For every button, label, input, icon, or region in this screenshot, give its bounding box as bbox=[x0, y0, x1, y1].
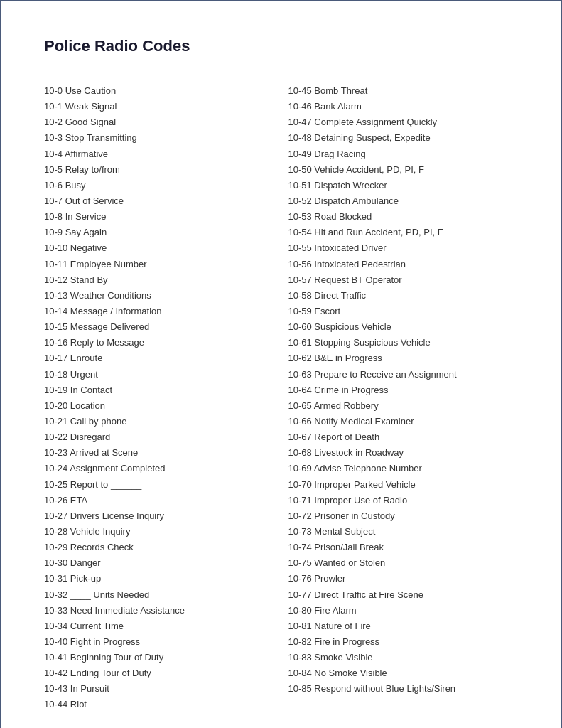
code-item: 10-25 Report to ______ bbox=[44, 478, 274, 492]
code-item: 10-22 Disregard bbox=[44, 430, 274, 444]
column-1: 10-0 Use Caution10-1 Weak Signal10-2 Goo… bbox=[44, 84, 274, 712]
code-item: 10-62 B&E in Progress bbox=[288, 351, 519, 365]
code-item: 10-3 Stop Transmitting bbox=[44, 131, 274, 145]
code-item: 10-52 Dispatch Ambulance bbox=[288, 194, 519, 208]
code-item: 10-4 Affirmative bbox=[44, 147, 274, 161]
code-item: 10-28 Vehicle Inquiry bbox=[44, 525, 274, 539]
code-item: 10-26 ETA bbox=[44, 493, 274, 508]
code-item: 10-12 Stand By bbox=[44, 273, 274, 287]
code-item: 10-15 Message Delivered bbox=[44, 320, 274, 334]
code-item: 10-60 Suspicious Vehicle bbox=[288, 320, 519, 334]
code-item: 10-14 Message / Information bbox=[44, 304, 274, 318]
code-item: 10-74 Prison/Jail Break bbox=[288, 540, 519, 555]
code-item: 10-43 In Pursuit bbox=[44, 682, 274, 696]
code-item: 10-1 Weak Signal bbox=[44, 100, 274, 114]
code-item: 10-56 Intoxicated Pedestrian bbox=[288, 257, 519, 272]
code-item: 10-18 Urgent bbox=[44, 368, 274, 382]
code-item: 10-42 Ending Tour of Duty bbox=[44, 666, 274, 680]
code-item: 10-20 Location bbox=[44, 399, 274, 413]
code-item: 10-69 Advise Telephone Number bbox=[288, 461, 519, 476]
code-item: 10-67 Report of Death bbox=[288, 430, 519, 444]
code-item: 10-85 Respond without Blue Lights/Siren bbox=[288, 682, 519, 696]
code-item: 10-65 Armed Robbery bbox=[288, 399, 519, 413]
column-2: 10-45 Bomb Threat10-46 Bank Alarm10-47 C… bbox=[288, 84, 519, 696]
page-title: Police Radio Codes bbox=[44, 37, 518, 55]
page: Police Radio Codes 10-0 Use Caution10-1 … bbox=[0, 0, 562, 728]
code-item: 10-73 Mental Subject bbox=[288, 525, 519, 539]
code-item: 10-76 Prowler bbox=[288, 572, 519, 586]
code-item: 10-41 Beginning Tour of Duty bbox=[44, 651, 274, 665]
code-item: 10-66 Notify Medical Examiner bbox=[288, 414, 519, 429]
code-item: 10-16 Reply to Message bbox=[44, 336, 274, 350]
code-item: 10-34 Current Time bbox=[44, 619, 274, 633]
code-item: 10-51 Dispatch Wrecker bbox=[288, 178, 519, 193]
code-item: 10-45 Bomb Threat bbox=[288, 84, 519, 98]
code-item: 10-61 Stopping Suspicious Vehicle bbox=[288, 336, 519, 350]
code-item: 10-48 Detaining Suspect, Expedite bbox=[288, 131, 519, 145]
code-item: 10-59 Escort bbox=[288, 304, 519, 318]
code-item: 10-5 Relay to/from bbox=[44, 163, 274, 177]
code-item: 10-31 Pick-up bbox=[44, 572, 274, 586]
code-item: 10-23 Arrived at Scene bbox=[44, 446, 274, 460]
code-item: 10-24 Assignment Completed bbox=[44, 461, 274, 476]
codes-container: 10-0 Use Caution10-1 Weak Signal10-2 Goo… bbox=[44, 84, 518, 712]
code-item: 10-49 Drag Racing bbox=[288, 147, 519, 161]
code-item: 10-10 Negative bbox=[44, 241, 274, 255]
code-item: 10-29 Records Check bbox=[44, 540, 274, 555]
code-item: 10-21 Call by phone bbox=[44, 414, 274, 429]
code-item: 10-6 Busy bbox=[44, 178, 274, 193]
code-item: 10-64 Crime in Progress bbox=[288, 383, 519, 397]
code-item: 10-2 Good Signal bbox=[44, 115, 274, 129]
code-item: 10-8 In Service bbox=[44, 210, 274, 224]
code-item: 10-68 Livestock in Roadway bbox=[288, 446, 519, 460]
code-item: 10-84 No Smoke Visible bbox=[288, 666, 519, 680]
code-item: 10-71 Improper Use of Radio bbox=[288, 493, 519, 508]
code-item: 10-58 Direct Traffic bbox=[288, 289, 519, 303]
code-item: 10-40 Fight in Progress bbox=[44, 635, 274, 649]
code-item: 10-72 Prisoner in Custody bbox=[288, 509, 519, 523]
code-item: 10-82 Fire in Progress bbox=[288, 635, 519, 649]
code-item: 10-77 Direct Traffic at Fire Scene bbox=[288, 588, 519, 602]
code-item: 10-9 Say Again bbox=[44, 225, 274, 240]
code-item: 10-33 Need Immediate Assistance bbox=[44, 604, 274, 618]
code-item: 10-30 Danger bbox=[44, 556, 274, 570]
code-item: 10-80 Fire Alarm bbox=[288, 604, 519, 618]
code-item: 10-32 ____ Units Needed bbox=[44, 588, 274, 602]
code-item: 10-81 Nature of Fire bbox=[288, 619, 519, 633]
code-item: 10-83 Smoke Visible bbox=[288, 651, 519, 665]
code-item: 10-55 Intoxicated Driver bbox=[288, 241, 519, 255]
code-item: 10-17 Enroute bbox=[44, 351, 274, 365]
code-item: 10-57 Request BT Operator bbox=[288, 273, 519, 287]
code-item: 10-46 Bank Alarm bbox=[288, 100, 519, 114]
code-item: 10-50 Vehicle Accident, PD, PI, F bbox=[288, 163, 519, 177]
code-item: 10-53 Road Blocked bbox=[288, 210, 519, 224]
code-item: 10-7 Out of Service bbox=[44, 194, 274, 208]
code-item: 10-54 Hit and Run Accident, PD, PI, F bbox=[288, 225, 519, 240]
code-item: 10-0 Use Caution bbox=[44, 84, 274, 98]
code-item: 10-75 Wanted or Stolen bbox=[288, 556, 519, 570]
code-item: 10-70 Improper Parked Vehicle bbox=[288, 478, 519, 492]
code-item: 10-27 Drivers License Inquiry bbox=[44, 509, 274, 523]
code-item: 10-11 Employee Number bbox=[44, 257, 274, 272]
code-item: 10-19 In Contact bbox=[44, 383, 274, 397]
code-item: 10-44 Riot bbox=[44, 697, 274, 712]
code-item: 10-63 Prepare to Receive an Assignment bbox=[288, 368, 519, 382]
code-item: 10-47 Complete Assignment Quickly bbox=[288, 115, 519, 129]
code-item: 10-13 Weather Conditions bbox=[44, 289, 274, 303]
